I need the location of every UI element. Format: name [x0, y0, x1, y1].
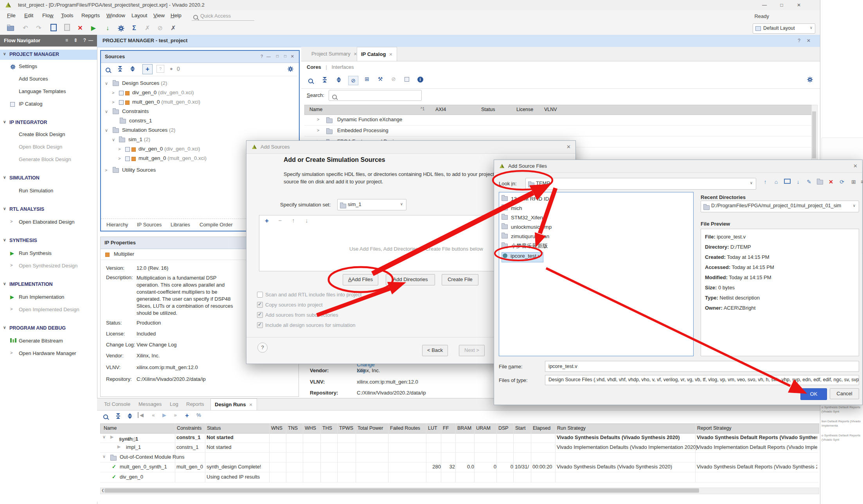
report-sigma-icon[interactable]: Σ: [129, 24, 139, 32]
delete-icon[interactable]: ✕: [75, 24, 85, 32]
cancel-button[interactable]: Cancel: [830, 388, 859, 399]
menu-help[interactable]: Help: [171, 13, 182, 18]
go-first-icon[interactable]: ◀: [138, 412, 145, 418]
file-item[interactable]: STM32_Xifeng: [502, 214, 546, 224]
nav-add-sources[interactable]: Add Sources: [0, 74, 97, 84]
tab-ip-sources[interactable]: IP Sources: [137, 222, 162, 228]
edit-icon[interactable]: ✎: [804, 179, 814, 185]
menu-view[interactable]: View: [153, 13, 165, 18]
expand-all-icon[interactable]: [131, 65, 135, 72]
help-icon[interactable]: ?: [261, 54, 263, 59]
copy-icon[interactable]: [62, 24, 72, 32]
nav-open-hardware-manager[interactable]: >Open Hardware Manager: [0, 348, 97, 359]
search-icon[interactable]: [106, 66, 110, 73]
ok-button[interactable]: OK: [800, 388, 827, 400]
sources-title-bar[interactable]: Sources ? — □ □ ✕: [101, 51, 299, 63]
checkbox-copy-sources[interactable]: [257, 302, 263, 308]
tree-mult-gen-0[interactable]: >mult_gen_0 (mult_gen_0.xci): [101, 98, 297, 107]
desktop-icon[interactable]: [782, 179, 792, 185]
file-item[interactable]: zimutiquruanjian: [502, 233, 549, 242]
run-row-impl-1[interactable]: ▶ impl_1 constrs_1 Not started Vivado Im…: [100, 443, 818, 453]
file-item-selected[interactable]: ipcore_test.v: [502, 252, 543, 262]
status-production-link[interactable]: Production: [137, 320, 161, 326]
file-item[interactable]: unlockmusictemp: [502, 224, 552, 233]
open-project-icon[interactable]: [5, 24, 16, 32]
step-icon[interactable]: ↓: [102, 24, 113, 32]
files-of-type-dropdown[interactable]: Design Source Files (.vhd, vhdl, vhf, vh…: [545, 375, 859, 385]
move-up-icon[interactable]: ↑: [289, 217, 298, 224]
nav-create-block-design[interactable]: Create Block Design: [0, 129, 97, 140]
collapse-all-icon[interactable]: [320, 76, 329, 83]
filter-icon[interactable]: ⊘: [348, 76, 358, 85]
sim-set-dropdown[interactable]: sim_1 ∨: [337, 199, 406, 210]
layout-selector[interactable]: Default Layout ∨: [753, 23, 815, 34]
menu-flow[interactable]: Flow: [42, 13, 54, 18]
clear-icon[interactable]: ⊘: [155, 24, 165, 32]
cancel-run-icon[interactable]: ✗: [142, 24, 153, 32]
search-input[interactable]: [329, 90, 422, 101]
minimize-icon[interactable]: —: [266, 54, 271, 59]
tab-design-runs[interactable]: Design Runs✕: [210, 398, 257, 410]
debug-probes-icon[interactable]: ✗: [168, 24, 178, 32]
checkbox-add-subdirs[interactable]: [257, 312, 263, 318]
tab-log[interactable]: Log: [166, 398, 182, 410]
search-icon[interactable]: [306, 77, 315, 84]
file-name-input[interactable]: ipcore_test.v: [545, 361, 859, 372]
section-ip-integrator[interactable]: ∨IP INTEGRATOR: [0, 118, 97, 128]
close-panel-icon[interactable]: ✕: [807, 38, 811, 43]
delete-icon[interactable]: ✕: [826, 179, 836, 185]
license-key-icon[interactable]: ⊘: [389, 76, 398, 82]
add-files-button[interactable]: AAdd Files: [343, 274, 378, 285]
close-icon[interactable]: ✕: [291, 54, 294, 59]
settings-gear-icon[interactable]: [288, 65, 293, 72]
nav-run-simulation[interactable]: Run Simulation: [0, 186, 97, 196]
nav-generate-bitstream[interactable]: Generate Bitstream: [0, 336, 97, 346]
close-icon[interactable]: ✕: [566, 144, 571, 150]
back-button[interactable]: < Back: [422, 345, 448, 356]
step-back-icon[interactable]: «: [149, 412, 158, 418]
menu-edit[interactable]: Edit: [24, 13, 33, 18]
customize-ip-wrench-icon[interactable]: ⚒: [376, 76, 385, 82]
tree-div-gen-0[interactable]: >div_gen_0 (div_gen_0.xci): [101, 88, 297, 98]
expand-all-icon[interactable]: [125, 413, 135, 419]
undo-icon[interactable]: ↶: [20, 24, 31, 32]
section-program-debug[interactable]: ∨PROGRAM AND DEBUG: [0, 323, 97, 334]
redo-icon[interactable]: ↷: [34, 24, 44, 32]
tree-design-sources[interactable]: ∨Design Sources (2): [101, 79, 297, 88]
look-in-dropdown[interactable]: TEMP ∨: [525, 178, 756, 190]
menu-reports[interactable]: Reports: [81, 13, 100, 18]
nav-open-implemented-design[interactable]: >Open Implemented Design: [0, 305, 97, 315]
file-item[interactable]: 小梦音乐最新版: [502, 242, 548, 252]
expand-all-icon[interactable]: ⇕: [74, 38, 77, 43]
help-button[interactable]: ?: [257, 343, 268, 353]
nav-open-synthesized-design[interactable]: >Open Synthesized Design: [0, 261, 97, 271]
quick-access-input[interactable]: Quick Access: [192, 12, 254, 21]
save-icon[interactable]: [49, 24, 59, 32]
menu-file[interactable]: File: [7, 13, 16, 18]
maximize-button[interactable]: □: [773, 0, 790, 10]
add-plus-icon[interactable]: +: [262, 217, 271, 225]
recent-directories-dropdown[interactable]: D:/ProgramFiles/FPGA/mul_project_01/mul_…: [701, 201, 859, 212]
subtab-interfaces[interactable]: Interfaces: [332, 64, 354, 70]
new-folder-icon[interactable]: [815, 179, 825, 185]
nav-run-synthesis[interactable]: ▶Run Synthesis: [0, 248, 97, 258]
file-list[interactable]: 13.56M RFID ID mich STM32_Xifeng unlockm…: [499, 192, 694, 356]
close-icon[interactable]: ✕: [389, 52, 392, 57]
nav-ip-catalog[interactable]: IP Catalog: [0, 99, 97, 109]
import-icon[interactable]: ↓: [793, 179, 803, 185]
minimize-panel-icon[interactable]: —: [88, 38, 93, 43]
checkbox-include-all[interactable]: [257, 322, 263, 328]
settings-icon[interactable]: [116, 24, 126, 32]
tab-tcl-console[interactable]: Tcl Console: [100, 398, 134, 410]
tree-constraints[interactable]: ∨Constraints: [101, 107, 297, 117]
close-icon[interactable]: ✕: [249, 402, 252, 407]
design-runs-header[interactable]: Name Constraints Status WNS TNS WHS THS …: [100, 423, 819, 434]
menu-layout[interactable]: Layout: [131, 13, 147, 18]
add-sources-plus-icon[interactable]: +: [142, 64, 153, 74]
maximize-icon[interactable]: □: [284, 54, 286, 58]
float-icon[interactable]: □: [276, 54, 279, 58]
nav-language-templates[interactable]: Language Templates: [0, 86, 97, 97]
collapse-all-icon[interactable]: ≡: [65, 38, 68, 43]
section-project-manager[interactable]: ∨PROJECT MANAGER: [0, 50, 97, 60]
run-row-div-gen[interactable]: ✓ div_gen_0 Using cached IP results: [100, 472, 818, 482]
